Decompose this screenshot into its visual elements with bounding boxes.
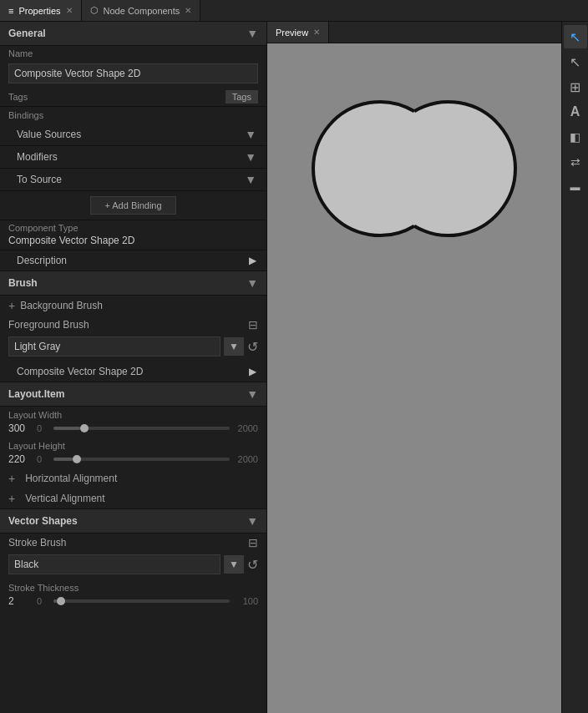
stroke-brush-select[interactable]: Black: [8, 554, 220, 574]
foreground-brush-row: Foreground Brush ⊟: [0, 316, 266, 334]
layout-height-track[interactable]: [53, 458, 230, 461]
vector-shapes-label: Vector Shapes: [8, 515, 78, 527]
layout-width-min: 0: [37, 423, 48, 433]
stroke-dropdown-row: Black ▼ ↺: [0, 552, 266, 579]
name-input[interactable]: [8, 63, 258, 83]
composite-shape-section[interactable]: Composite Vector Shape 2D ▶: [0, 362, 266, 382]
stroke-thickness-track[interactable]: [53, 599, 230, 603]
tab-node-components[interactable]: ⬡ Node Components ✕: [82, 0, 201, 21]
layout-width-thumb[interactable]: [80, 424, 89, 432]
tab-node-components-label: Node Components: [104, 6, 180, 16]
foreground-brush-select[interactable]: Light Gray: [8, 336, 220, 356]
tab-properties[interactable]: ≡ Properties ✕: [0, 0, 82, 21]
preview-canvas: [267, 43, 561, 713]
composite-shape-final: [297, 77, 531, 260]
composite-shape-chevron: ▶: [249, 366, 256, 377]
stroke-grid-icon: ⊟: [248, 536, 258, 549]
stroke-brush-label: Stroke Brush: [8, 537, 66, 549]
vector-shapes-header[interactable]: Vector Shapes ▼: [0, 509, 266, 533]
tags-button[interactable]: Tags: [226, 90, 258, 104]
tool-grid[interactable]: ⊞: [564, 75, 587, 99]
layout-height-label: Layout Height: [0, 437, 266, 452]
foreground-brush-label: Foreground Brush: [8, 319, 89, 331]
tool-cursor-blue[interactable]: ↖: [564, 25, 587, 48]
tab-properties-close[interactable]: ✕: [66, 6, 73, 15]
layout-width-track[interactable]: [53, 427, 230, 430]
tool-text[interactable]: A: [564, 100, 587, 124]
to-source-chevron: ▼: [245, 173, 256, 186]
stroke-thickness-row: 2 0 100: [0, 594, 266, 610]
to-source-section[interactable]: To Source ▼: [0, 169, 266, 191]
layout-item-chevron: ▼: [246, 387, 258, 401]
add-binding-button[interactable]: + Add Binding: [90, 196, 175, 215]
background-brush-item: + Background Brush: [0, 296, 266, 316]
name-label: Name: [0, 46, 266, 59]
add-binding-row: + Add Binding: [0, 191, 266, 220]
stroke-reset-button[interactable]: ↺: [247, 557, 258, 573]
layout-width-row: 300 0 2000: [0, 421, 266, 437]
to-source-label: To Source: [17, 174, 62, 185]
value-sources-label: Value Sources: [17, 129, 81, 140]
foreground-reset-button[interactable]: ↺: [247, 339, 258, 355]
tool-cursor[interactable]: ↖: [564, 50, 587, 73]
general-section-header[interactable]: General ▼: [0, 22, 266, 46]
vector-shapes-chevron: ▼: [246, 514, 258, 528]
composite-shape-label: Composite Vector Shape 2D: [17, 366, 143, 377]
stroke-thickness-min: 0: [37, 596, 48, 606]
stroke-thickness-thumb[interactable]: [57, 597, 65, 605]
properties-icon: ≡: [8, 6, 13, 16]
tool-share[interactable]: ⇄: [564, 150, 587, 174]
tool-camera[interactable]: ▬: [564, 175, 587, 199]
stroke-dropdown-arrow[interactable]: ▼: [224, 555, 244, 574]
preview-panel: Preview ✕: [267, 22, 561, 713]
tool-sidebar: ↖ ↖ ⊞ A ◧ ⇄ ▬: [561, 22, 588, 713]
modifiers-section[interactable]: Modifiers ▼: [0, 146, 266, 169]
tool-layers[interactable]: ◧: [564, 125, 587, 149]
left-panel: General ▼ Name Tags Tags Bindings Value …: [0, 22, 267, 713]
foreground-dropdown-arrow[interactable]: ▼: [224, 337, 244, 356]
layout-width-fill: [53, 427, 80, 430]
layout-height-value: 220: [8, 453, 32, 465]
modifiers-label: Modifiers: [17, 151, 58, 163]
name-row: [0, 59, 266, 88]
general-label: General: [8, 28, 46, 39]
stroke-brush-row: Stroke Brush ⊟: [0, 533, 266, 552]
value-sources-section[interactable]: Value Sources ▼: [0, 124, 266, 146]
foreground-dropdown-row: Light Gray ▼ ↺: [0, 334, 266, 362]
description-section[interactable]: Description ▶: [0, 250, 266, 271]
tab-node-components-close[interactable]: ✕: [185, 6, 191, 15]
preview-tab-bar: Preview ✕: [267, 22, 561, 43]
vertical-alignment-label: Vertical Alignment: [25, 493, 104, 504]
shape-container: [297, 77, 531, 263]
horizontal-alignment-label: Horizontal Alignment: [25, 473, 117, 484]
layout-width-max: 2000: [235, 423, 258, 433]
value-sources-chevron: ▼: [245, 128, 256, 141]
stroke-thickness-value: 2: [8, 595, 32, 607]
layout-height-min: 0: [37, 454, 48, 464]
modifiers-chevron: ▼: [245, 150, 256, 164]
layout-height-thumb[interactable]: [73, 455, 81, 463]
layout-item-header[interactable]: Layout.Item ▼: [0, 382, 266, 407]
node-components-icon: ⬡: [90, 5, 99, 16]
preview-tab-close[interactable]: ✕: [313, 28, 320, 37]
horizontal-alignment-row: + Horizontal Alignment: [0, 468, 266, 488]
background-brush-label: Background Brush: [20, 300, 103, 311]
brush-label: Brush: [8, 277, 38, 289]
main-layout: General ▼ Name Tags Tags Bindings Value …: [0, 22, 588, 713]
bindings-label: Bindings: [0, 107, 266, 124]
description-label: Description: [17, 255, 67, 266]
right-area: Preview ✕ ↖ ↖ ⊞ A ◧ ⇄ ▬: [267, 22, 588, 713]
grid-icon: ⊟: [248, 318, 258, 331]
layout-item-label: Layout.Item: [8, 388, 64, 400]
brush-section-header[interactable]: Brush ▼: [0, 271, 266, 296]
stroke-thickness-label: Stroke Thickness: [0, 579, 266, 594]
brush-chevron: ▼: [246, 276, 258, 290]
background-plus-icon[interactable]: +: [8, 299, 15, 312]
tab-properties-label: Properties: [18, 6, 60, 16]
vertical-plus-icon[interactable]: +: [8, 492, 15, 505]
component-type-value: Composite Vector Shape 2D: [0, 234, 266, 250]
tags-label: Tags: [8, 92, 28, 102]
stroke-thickness-max: 100: [235, 596, 258, 606]
horizontal-plus-icon[interactable]: +: [8, 472, 15, 485]
tab-preview[interactable]: Preview ✕: [267, 22, 329, 43]
